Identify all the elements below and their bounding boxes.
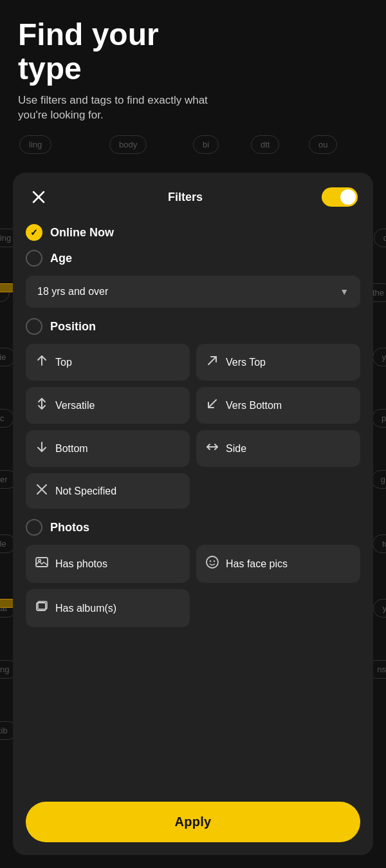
filters-modal: Filters Online Now Age 18 yrs and over ▼… bbox=[13, 173, 373, 855]
svg-point-13 bbox=[210, 560, 211, 561]
age-dropdown-value: 18 yrs and over bbox=[37, 286, 108, 297]
arrow-down-left-icon bbox=[205, 397, 219, 413]
online-now-row: Online Now bbox=[26, 224, 360, 241]
position-versatile-button[interactable]: Versatile bbox=[26, 387, 190, 424]
albums-icon bbox=[35, 599, 49, 617]
svg-point-14 bbox=[214, 560, 215, 561]
position-side-label: Side bbox=[226, 443, 246, 455]
photos-row: Photos bbox=[26, 519, 360, 536]
position-vers-bottom-button[interactable]: Vers Bottom bbox=[196, 387, 360, 424]
arrow-updown-icon bbox=[35, 397, 49, 413]
position-not-specified-button[interactable]: Not Specified bbox=[26, 473, 190, 509]
bg-tag: c bbox=[0, 409, 14, 428]
modal-header: Filters bbox=[13, 173, 373, 218]
dropdown-arrow-icon: ▼ bbox=[340, 287, 349, 297]
has-face-pics-label: Has face pics bbox=[226, 558, 288, 570]
has-albums-label: Has album(s) bbox=[55, 603, 116, 614]
position-side-button[interactable]: Side bbox=[196, 430, 360, 467]
position-vers-bottom-label: Vers Bottom bbox=[226, 400, 282, 411]
close-icon bbox=[32, 191, 45, 203]
bg-tag: y bbox=[373, 599, 387, 618]
age-dropdown[interactable]: 18 yrs and over ▼ bbox=[26, 276, 360, 308]
svg-point-12 bbox=[207, 556, 218, 568]
position-versatile-label: Versatile bbox=[55, 400, 95, 411]
position-label: Position bbox=[50, 320, 96, 334]
position-bottom-button[interactable]: Bottom bbox=[26, 430, 190, 467]
photos-radio[interactable] bbox=[26, 519, 42, 536]
online-now-label: Online Now bbox=[50, 226, 114, 240]
has-photos-button[interactable]: Has photos bbox=[26, 545, 190, 583]
svg-line-5 bbox=[208, 400, 216, 408]
bg-tag: d bbox=[374, 229, 386, 247]
modal-body: Online Now Age 18 yrs and over ▼ Positio… bbox=[13, 218, 373, 793]
close-button[interactable] bbox=[28, 187, 49, 207]
position-vers-top-button[interactable]: Vers Top bbox=[196, 344, 360, 381]
bg-tag: bi bbox=[193, 135, 219, 154]
apply-bar: Apply bbox=[13, 793, 373, 855]
image-icon bbox=[35, 555, 49, 572]
position-radio[interactable] bbox=[26, 318, 42, 335]
face-icon bbox=[205, 555, 219, 572]
modal-title: Filters bbox=[168, 191, 203, 204]
x-icon bbox=[35, 484, 49, 498]
bg-tag: ling bbox=[19, 135, 51, 154]
has-face-pics-button[interactable]: Has face pics bbox=[196, 545, 360, 583]
online-now-radio[interactable] bbox=[26, 224, 42, 241]
position-not-specified-label: Not Specified bbox=[55, 486, 116, 497]
bg-tag: y bbox=[372, 348, 387, 366]
bg-tag: g bbox=[371, 470, 386, 489]
arrow-down-icon bbox=[35, 440, 49, 457]
age-label: Age bbox=[50, 252, 72, 265]
position-options-grid: Top Vers Top bbox=[26, 344, 360, 467]
has-photos-label: Has photos bbox=[55, 558, 107, 570]
bg-tag: body bbox=[109, 135, 147, 154]
position-vers-top-label: Vers Top bbox=[226, 357, 266, 368]
arrows-lr-icon bbox=[205, 440, 219, 457]
page-title-line1: Find your type bbox=[18, 18, 224, 86]
svg-line-3 bbox=[208, 357, 216, 364]
bg-tag: ou bbox=[309, 135, 337, 154]
position-top-label: Top bbox=[55, 357, 72, 368]
header: Find your type Use filters and tags to f… bbox=[18, 18, 224, 123]
arrow-up-icon bbox=[35, 354, 49, 370]
position-top-button[interactable]: Top bbox=[26, 344, 190, 381]
age-radio[interactable] bbox=[26, 250, 42, 267]
apply-button[interactable]: Apply bbox=[26, 802, 360, 842]
photos-options-grid: Has photos Has face pics bbox=[26, 545, 360, 583]
page-subtitle: Use filters and tags to find exactly wha… bbox=[18, 93, 224, 124]
position-bottom-label: Bottom bbox=[55, 443, 88, 455]
position-row: Position bbox=[26, 318, 360, 335]
age-row: Age bbox=[26, 250, 360, 267]
toggle-knob bbox=[340, 189, 356, 205]
bg-tag: pi bbox=[372, 409, 386, 428]
photos-label: Photos bbox=[50, 521, 89, 534]
bg-tag: dtt bbox=[251, 135, 279, 154]
filters-toggle[interactable] bbox=[322, 187, 358, 207]
arrow-up-right-icon bbox=[205, 354, 219, 370]
bg-tag: tw bbox=[372, 534, 386, 553]
has-albums-button[interactable]: Has album(s) bbox=[26, 589, 190, 627]
svg-rect-10 bbox=[36, 558, 48, 567]
